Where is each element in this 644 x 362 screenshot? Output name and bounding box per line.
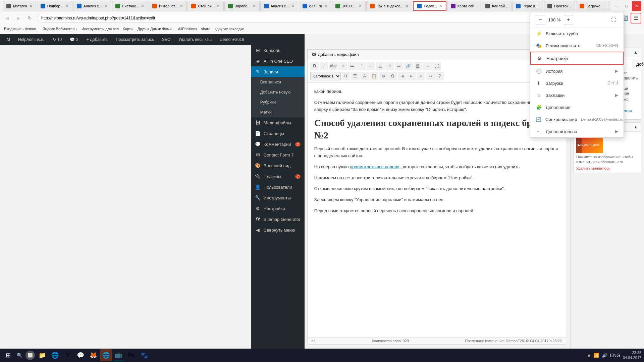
- sidebar-item-contact-form-7[interactable]: ✉ Contact Form 7: [251, 149, 305, 160]
- italic-button[interactable]: I: [320, 62, 328, 70]
- browser-tab-7[interactable]: Зарабо...✕: [224, 1, 260, 11]
- paste-text-button[interactable]: 📋: [370, 72, 378, 80]
- strikethrough-button[interactable]: abc: [329, 62, 338, 70]
- browser-tab-2[interactable]: Подбор...✕: [37, 1, 72, 11]
- fullscreen-button[interactable]: ⛶: [432, 62, 441, 70]
- minimize-button[interactable]: ─: [612, 1, 621, 11]
- bookmark-item-7[interactable]: »другие закладки: [213, 26, 246, 32]
- sidebar-item-collapse[interactable]: ◀ Свернуть меню: [251, 225, 305, 235]
- sidebar-item-tools[interactable]: 🔧 Инструменты: [251, 192, 305, 203]
- tab-close-1[interactable]: ✕: [29, 4, 33, 8]
- browser-tab-15[interactable]: Pcpro10...: [512, 1, 543, 11]
- tab-close-7[interactable]: ✕: [253, 4, 256, 8]
- underline-button[interactable]: U: [341, 72, 350, 80]
- sidebar-item-rubrics[interactable]: Рубрики: [251, 97, 305, 107]
- menu-item-turbo[interactable]: ⚡ Включить турбо: [530, 27, 624, 40]
- bookmark-item-6[interactable]: share: [200, 26, 212, 32]
- bookmark-item-3[interactable]: Карты: [121, 26, 135, 32]
- maximize-button[interactable]: □: [622, 1, 631, 11]
- comments-link[interactable]: 💬 2: [67, 34, 81, 45]
- refresh-button[interactable]: ↻: [25, 14, 34, 22]
- tab-close-11[interactable]: ✕: [405, 4, 409, 8]
- address-input[interactable]: [37, 14, 588, 22]
- bookmark-item-0[interactable]: Входящие - demon‥: [3, 26, 40, 32]
- forward-button[interactable]: ▶: [14, 14, 23, 22]
- tray-volume-icon[interactable]: 🔊: [602, 353, 607, 358]
- zoom-plus-button[interactable]: +: [564, 15, 573, 24]
- bookmark-item-5[interactable]: AllPositions: [177, 26, 199, 32]
- browser-tab-10[interactable]: 100.00...✕: [332, 1, 366, 11]
- taskbar-app-photoshop[interactable]: Ps: [125, 349, 138, 361]
- browser-tab-13[interactable]: Карта сай...: [447, 1, 481, 11]
- browser-tab-3[interactable]: Анализ с...✕: [73, 1, 111, 11]
- browser-tab-1[interactable]: Мутаген✕: [3, 1, 36, 11]
- back-button[interactable]: ◀: [3, 14, 11, 22]
- sidebar-item-all-in-one-seo[interactable]: ◈ All in One SEO: [251, 56, 305, 66]
- browser-tab-6[interactable]: Стой ли...✕: [187, 1, 224, 11]
- menu-item-bookmarks[interactable]: ☆ Закладки ▶: [530, 89, 624, 101]
- browser-menu-button[interactable]: ☰: [631, 13, 641, 23]
- sidebar-item-users[interactable]: 👤 Пользователи: [251, 182, 305, 192]
- zoom-minus-button[interactable]: −: [536, 15, 545, 24]
- bookmark-item-1[interactable]: Яндекс.Вебмастер ↓: [41, 26, 79, 32]
- view-post-link[interactable]: Просмотреть запись: [113, 34, 157, 45]
- thumbnail-image[interactable]: Видео Яндекс ▶: [576, 136, 603, 153]
- taskbar-clock[interactable]: 23:25 04.04.2017: [623, 350, 641, 361]
- taskbar-app-misc[interactable]: 🐾: [138, 349, 150, 361]
- seo-link[interactable]: SEO: [159, 34, 173, 45]
- taskbar-app-yandex3[interactable]: 🌐: [100, 349, 112, 361]
- align-right-button[interactable]: ⬰: [395, 62, 404, 70]
- unlink-button[interactable]: ⛓: [414, 62, 422, 70]
- menu-item-sync[interactable]: 🔄 Синхронизация DemonF2005@yandex.ru: [530, 113, 624, 125]
- bold-button[interactable]: B: [310, 62, 319, 70]
- close-button[interactable]: ✕: [632, 1, 641, 11]
- tab-close-2[interactable]: ✕: [65, 4, 69, 8]
- sidebar-item-media[interactable]: 🖼 Медиафайлы: [251, 117, 305, 128]
- hr-button[interactable]: —: [367, 62, 375, 70]
- browser-tab-11[interactable]: Как в яндексе...✕: [366, 1, 413, 11]
- taskbar-app-explorer[interactable]: 📁: [36, 349, 48, 361]
- menu-item-settings[interactable]: ⚙ Настройки: [530, 52, 624, 65]
- sidebar-item-appearance[interactable]: 🎨 Внешний вид: [251, 160, 305, 171]
- browser-tab-9[interactable]: eTXT.ru✕: [299, 1, 331, 11]
- blockquote-button[interactable]: ": [357, 62, 366, 70]
- sidebar-item-comments[interactable]: 💬 Комментарии 2: [251, 139, 305, 149]
- sidebar-item-settings[interactable]: ⚙ Настройки: [251, 203, 305, 214]
- editor-body[interactable]: какой период. Отмечаем галочкой сохранен…: [308, 83, 566, 337]
- menu-item-addons[interactable]: 🧩 Дополнения: [530, 101, 624, 113]
- taskbar-app-browser-ie[interactable]: 🌐: [49, 349, 61, 361]
- tags-add-button[interactable]: Добавить: [633, 60, 644, 69]
- align-center-button[interactable]: ≡: [385, 62, 394, 70]
- align-left-button[interactable]: ⬱: [376, 62, 385, 70]
- justify-button[interactable]: ☰: [351, 72, 360, 80]
- indent-button[interactable]: ⇥: [398, 72, 407, 80]
- browser-tab-16[interactable]: Простой...: [544, 1, 575, 11]
- updates-link[interactable]: ↻ 10: [50, 34, 64, 45]
- tab-close-6[interactable]: ✕: [217, 4, 220, 8]
- menu-item-history[interactable]: 🕐 История ▶: [530, 65, 624, 77]
- start-button[interactable]: ⊞: [3, 350, 13, 361]
- menu-item-incognito[interactable]: 🎭 Режим инкогнито Ctrl+Shift+N: [530, 40, 624, 52]
- sidebar-item-all-posts[interactable]: Все записи: [251, 77, 305, 87]
- outdent-button[interactable]: ⇤: [407, 72, 416, 80]
- sidebar-item-add-post[interactable]: Добавить новую: [251, 87, 305, 97]
- browser-tab-14[interactable]: Как зай...: [482, 1, 512, 11]
- clear-format-button[interactable]: ⊘: [379, 72, 388, 80]
- tab-close-5[interactable]: ✕: [180, 4, 183, 8]
- tab-close-12[interactable]: ✕: [439, 4, 442, 8]
- sidebar-item-konsol[interactable]: ⊞ Консоль: [251, 45, 305, 56]
- sidebar-item-tags[interactable]: Метки: [251, 107, 305, 117]
- help-button[interactable]: ?: [435, 72, 444, 80]
- browser-tab-12[interactable]: Редак...✕: [413, 1, 446, 11]
- ordered-list-button[interactable]: ≔: [348, 62, 357, 70]
- editor-link[interactable]: просмотреть все пароли: [350, 164, 399, 169]
- taskbar-search-icon[interactable]: 🔍: [15, 351, 24, 360]
- browser-tab-17[interactable]: Загруже...: [576, 1, 607, 11]
- taskbar-app-yandex[interactable]: Y: [62, 349, 74, 361]
- delete-cache-link[interactable]: Удалить весь кэш: [176, 34, 214, 45]
- add-new-button[interactable]: + Добавить: [84, 34, 110, 45]
- browser-tab-4[interactable]: Счётчик...✕: [112, 1, 148, 11]
- tray-arrow-icon[interactable]: ∧: [587, 353, 591, 358]
- tray-network-icon[interactable]: 📶: [593, 353, 599, 358]
- undo-button[interactable]: ↩: [417, 72, 425, 80]
